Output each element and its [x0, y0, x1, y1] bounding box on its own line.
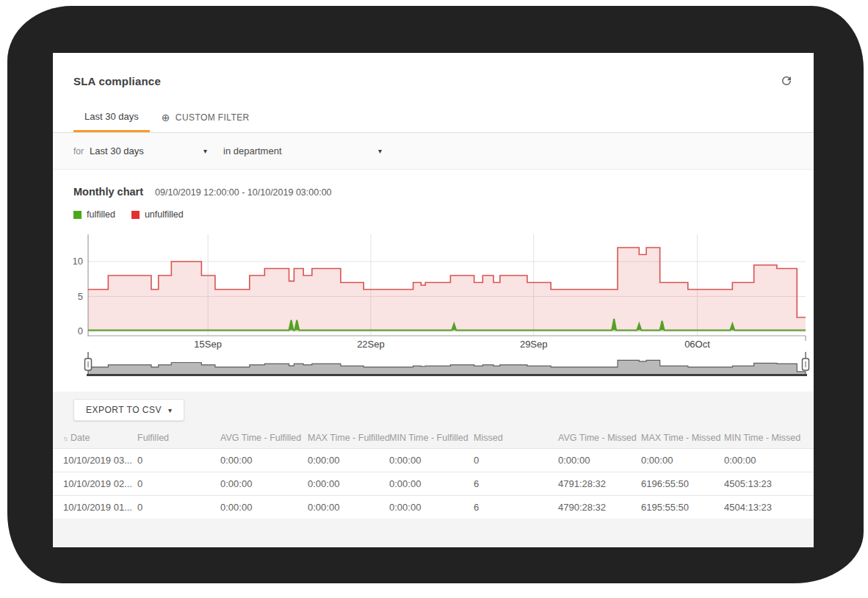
legend-label: unfulfilled — [145, 209, 184, 220]
tab-label: CUSTOM FILTER — [176, 112, 250, 123]
column-header[interactable]: MIN Time - Missed — [724, 428, 814, 449]
table-cell: 0:00:00 — [724, 449, 814, 472]
sla-compliance-card: SLA compliance Last 30 days ⊕ CUSTOM FIL… — [53, 53, 814, 547]
table-cell: 4504:13:23 — [724, 496, 814, 519]
column-header[interactable]: MAX Time - Missed — [641, 428, 724, 449]
table-cell: 4505:13:23 — [724, 472, 814, 496]
brush-handle-left[interactable] — [85, 352, 92, 370]
table-row[interactable]: 10/10/2019 03...00:00:000:00:000:00:0000… — [53, 449, 814, 472]
tab-custom-filter[interactable]: ⊕ CUSTOM FILTER — [150, 102, 261, 132]
chart-date-range: 09/10/2019 12:00:00 - 10/10/2019 03:00:0… — [155, 187, 332, 198]
department-value: in department — [223, 145, 282, 156]
refresh-button[interactable] — [777, 72, 796, 91]
date-range-select[interactable]: Last 30 days ▾ — [90, 145, 207, 156]
table-cell: 0:00:00 — [308, 472, 389, 496]
table-cell: 4790:28:32 — [558, 496, 641, 519]
chart-legend: fulfilledunfulfilled — [73, 209, 793, 220]
table-section: EXPORT TO CSV ▾ ↑↓DateFulfilledAVG Time … — [53, 392, 814, 547]
table-header-row: ↑↓DateFulfilledAVG Time - FulfilledMAX T… — [53, 428, 814, 449]
x-axis-tick-label: 22Sep — [357, 339, 385, 350]
page-title: SLA compliance — [73, 75, 793, 87]
tabs-bar: Last 30 days ⊕ CUSTOM FILTER — [53, 100, 814, 133]
card-header: SLA compliance — [53, 53, 814, 100]
table-cell: 0:00:00 — [308, 496, 389, 519]
table-cell: 0:00:00 — [220, 472, 308, 496]
date-range-value: Last 30 days — [90, 145, 144, 156]
x-axis-tick-label: 06Oct — [684, 339, 710, 350]
column-header[interactable]: AVG Time - Fulfilled — [220, 428, 308, 449]
column-header[interactable]: MAX Time - Fulfilled — [308, 428, 389, 449]
legend-swatch-unfulfilled — [131, 211, 140, 219]
table-cell: 0:00:00 — [308, 449, 389, 472]
sla-area-chart: 051015Sep22Sep29Sep06Oct — [73, 233, 808, 350]
legend-label: fulfilled — [87, 209, 115, 220]
table-cell: 4791:28:32 — [558, 472, 641, 496]
x-axis-tick-label: 15Sep — [194, 339, 222, 350]
table-cell: 10/10/2019 01... — [53, 496, 137, 519]
table-cell: 0 — [137, 472, 220, 496]
tab-last-30-days[interactable]: Last 30 days — [73, 102, 150, 132]
y-axis-tick-label: 5 — [78, 291, 83, 302]
x-axis-tick-label: 29Sep — [520, 339, 548, 350]
table-cell: 0:00:00 — [220, 449, 308, 472]
table-cell: 0:00:00 — [389, 449, 474, 472]
y-axis-tick-label: 0 — [78, 325, 83, 336]
legend-item: fulfilled — [73, 209, 115, 220]
legend-swatch-fulfilled — [73, 211, 82, 219]
table-cell: 0:00:00 — [389, 472, 474, 496]
chart-title: Monthly chart — [73, 186, 143, 198]
table-cell: 6195:55:50 — [641, 496, 724, 519]
plus-circle-icon: ⊕ — [162, 112, 170, 123]
table-cell: 0:00:00 — [220, 496, 308, 519]
column-header[interactable]: AVG Time - Missed — [558, 428, 641, 449]
export-csv-label: EXPORT TO CSV — [86, 405, 162, 415]
chart-header: Monthly chart 09/10/2019 12:00:00 - 10/1… — [73, 186, 793, 198]
table-cell: 6 — [474, 496, 558, 519]
table-cell: 0:00:00 — [558, 449, 641, 472]
export-csv-button[interactable]: EXPORT TO CSV ▾ — [73, 399, 184, 421]
table-row[interactable]: 10/10/2019 02...00:00:000:00:000:00:0064… — [53, 472, 814, 496]
table-cell: 6 — [474, 472, 558, 496]
for-label: for — [73, 146, 84, 156]
table-cell: 10/10/2019 03... — [53, 449, 137, 472]
department-select[interactable]: in department ▾ — [223, 145, 382, 156]
table-cell: 0:00:00 — [641, 449, 724, 472]
y-axis-tick-label: 10 — [73, 256, 83, 267]
table-body: 10/10/2019 03...00:00:000:00:000:00:0000… — [53, 449, 814, 519]
column-header[interactable]: ↑↓Date — [53, 428, 137, 449]
legend-item: unfulfilled — [131, 209, 184, 220]
brush-mini-chart — [88, 360, 806, 375]
chevron-down-icon: ▾ — [168, 406, 172, 414]
chevron-down-icon: ▾ — [203, 147, 207, 155]
table-cell: 0 — [137, 449, 220, 472]
sla-table: ↑↓DateFulfilledAVG Time - FulfilledMAX T… — [53, 428, 814, 519]
chevron-down-icon: ▾ — [378, 147, 382, 155]
column-header[interactable]: Fulfilled — [137, 428, 220, 449]
refresh-icon — [780, 74, 793, 87]
table-cell: 10/10/2019 02... — [53, 472, 137, 496]
table-cell: 0 — [137, 496, 220, 519]
table-cell: 0 — [474, 449, 558, 472]
table-cell: 0:00:00 — [389, 496, 474, 519]
column-header[interactable]: MIN Time - Fulfilled — [389, 428, 474, 449]
table-row[interactable]: 10/10/2019 01...00:00:000:00:000:00:0064… — [53, 496, 814, 519]
column-header[interactable]: Missed — [474, 428, 558, 449]
chart-range-slider[interactable] — [73, 352, 808, 377]
filter-bar: for Last 30 days ▾ in department ▾ — [53, 133, 814, 170]
table-cell: 6196:55:50 — [641, 472, 724, 496]
tab-label: Last 30 days — [84, 111, 139, 122]
sort-icon[interactable]: ↑↓ — [63, 435, 67, 442]
brush-handle-right[interactable] — [803, 352, 809, 370]
